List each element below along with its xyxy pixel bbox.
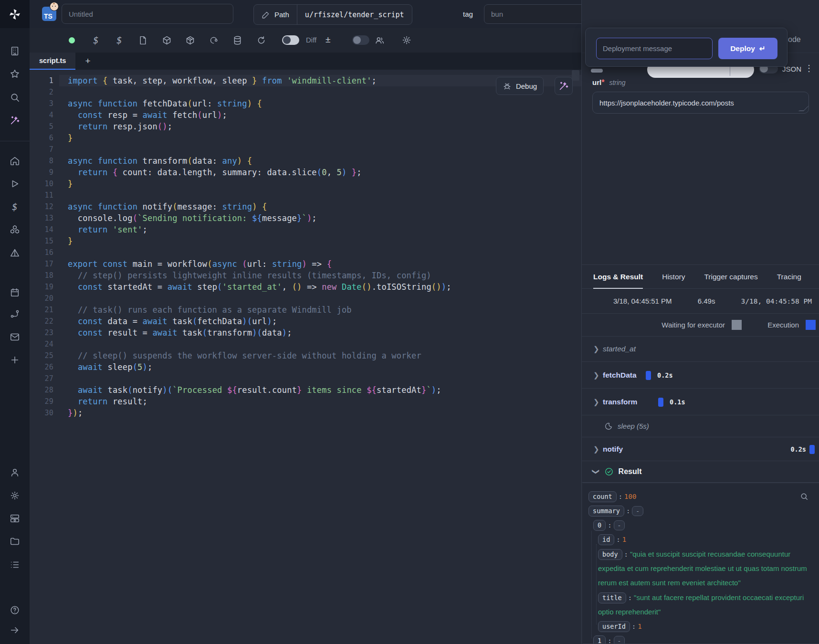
json-row-0[interactable]: 0:- <box>586 518 815 532</box>
path-value[interactable]: u/rfiszel/tender_script <box>297 11 412 19</box>
tag-input[interactable]: bun <box>484 4 598 24</box>
json-key[interactable]: id <box>598 534 614 545</box>
code-line-16[interactable]: 16 <box>30 247 581 258</box>
code-line-26[interactable]: 26 await sleep(5); <box>30 361 581 373</box>
sidebar-item-gear[interactable] <box>0 486 30 505</box>
tab-logs-result[interactable]: Logs & Result <box>593 265 643 288</box>
windmill-logo[interactable] <box>0 0 30 28</box>
json-row-count[interactable]: count:100 <box>586 490 815 504</box>
sidebar-item-search[interactable] <box>0 88 30 107</box>
code-line-13[interactable]: 13 console.log(`Sending notification: ${… <box>30 212 581 224</box>
code-line-17[interactable]: 17export const main = workflow(async (ur… <box>30 258 581 270</box>
plus-minus-icon[interactable]: ± <box>326 34 330 45</box>
debug-button[interactable]: Debug <box>496 77 544 95</box>
tab-tracing[interactable]: Tracing <box>777 265 801 288</box>
sidebar-item-worker[interactable] <box>0 509 30 528</box>
code-line-7[interactable]: 7 <box>30 144 581 155</box>
collab-toggle[interactable] <box>352 35 369 45</box>
step-row-fetchData[interactable]: ❯fetchData0.2s <box>582 362 819 389</box>
popup-deploy-button[interactable]: Deploy ↵ <box>718 38 777 59</box>
json-key[interactable]: title <box>598 592 626 603</box>
code-line-22[interactable]: 22 const data = await task(fetchData)(ur… <box>30 316 581 327</box>
deployment-message-input[interactable]: Deployment message <box>596 38 713 59</box>
step-row-transform[interactable]: ❯transform0.1s <box>582 389 819 415</box>
code-editor[interactable]: 1import { task, step, workflow, sleep } … <box>30 70 581 644</box>
cache-icon[interactable] <box>208 34 219 46</box>
price-alt-icon[interactable]: $ <box>114 34 125 46</box>
code-line-25[interactable]: 25 // sleep() suspends the workflow serv… <box>30 350 581 361</box>
sidebar-item-help[interactable] <box>0 601 30 620</box>
code-line-14[interactable]: 14 return 'sent'; <box>30 224 581 235</box>
sidebar-item-cubes[interactable] <box>0 220 30 239</box>
database-icon[interactable] <box>231 34 243 46</box>
package-icon[interactable] <box>161 34 172 46</box>
json-key[interactable]: userId <box>598 621 630 632</box>
code-line-9[interactable]: 9 return { count: data.length, summary: … <box>30 167 581 178</box>
json-key[interactable]: 1 <box>593 635 606 644</box>
code-line-6[interactable]: 6} <box>30 132 581 144</box>
people-icon[interactable] <box>374 34 385 46</box>
code-line-21[interactable]: 21 // task() runs each function as a sep… <box>30 304 581 316</box>
code-line-11[interactable]: 11 <box>30 190 581 201</box>
json-row-summary[interactable]: summary:- <box>586 504 815 518</box>
sidebar-item-star[interactable] <box>0 64 30 84</box>
code-line-29[interactable]: 29 return result; <box>30 396 581 407</box>
code-line-8[interactable]: 8async function transform(data: any) { <box>30 155 581 167</box>
tab-script-ts[interactable]: script.ts <box>30 53 75 70</box>
code-line-28[interactable]: 28 await task(notify)(`Processed ${resul… <box>30 384 581 396</box>
refresh-icon[interactable] <box>255 34 267 46</box>
url-input[interactable]: https://jsonplaceholder.typicode.com/pos… <box>592 92 809 114</box>
code-line-27[interactable]: 27 <box>30 373 581 384</box>
ai-wand-button[interactable] <box>555 77 573 95</box>
code-line-15[interactable]: 15} <box>30 235 581 247</box>
code-line-10[interactable]: 10} <box>30 178 581 190</box>
sidebar-item-magic-wand[interactable] <box>0 111 30 130</box>
code-line-30[interactable]: 30}); <box>30 407 581 419</box>
json-row-1[interactable]: 1:- <box>586 634 815 644</box>
editor-settings-icon[interactable] <box>401 34 412 46</box>
step-row-notify[interactable]: ❯notify0.2s <box>582 437 819 461</box>
json-row-body[interactable]: body:"quia et suscipit suscipit recusand… <box>586 547 815 590</box>
tab-history[interactable]: History <box>662 265 685 288</box>
collapse-handle[interactable] <box>591 69 603 73</box>
sidebar-item-home[interactable] <box>0 151 30 170</box>
sidebar-item-folder[interactable] <box>0 532 30 551</box>
json-row-userId[interactable]: userId:1 <box>586 620 815 633</box>
json-row-id[interactable]: id:1 <box>586 533 815 547</box>
step-row-sleep-5s-[interactable]: sleep (5s) <box>582 415 819 437</box>
price-icon[interactable]: $ <box>90 34 102 46</box>
code-line-4[interactable]: 4 const resp = await fetch(url); <box>30 109 581 121</box>
sidebar-item-list[interactable] <box>0 555 30 574</box>
code-line-19[interactable]: 19 const startedAt = await step('started… <box>30 281 581 293</box>
sidebar-item-plus[interactable] <box>0 350 30 370</box>
sidebar-item-route[interactable] <box>0 305 30 324</box>
json-key[interactable]: body <box>598 549 622 560</box>
code-line-5[interactable]: 5 return resp.json(); <box>30 121 581 132</box>
sidebar-item-calendar[interactable] <box>0 283 30 302</box>
sidebar-item-arrow-right[interactable] <box>0 621 30 640</box>
json-key[interactable]: 0 <box>593 520 606 531</box>
code-line-23[interactable]: 23 const result = await task(transform)(… <box>30 327 581 338</box>
code-line-12[interactable]: 12async function notify(message: string)… <box>30 201 581 212</box>
diff-toggle[interactable] <box>282 35 299 45</box>
sidebar-item-mail[interactable] <box>0 327 30 347</box>
resize-handle[interactable] <box>798 106 809 111</box>
sidebar-item-prism[interactable] <box>0 243 30 263</box>
file-icon[interactable] <box>137 34 148 46</box>
tab-trigger-captures[interactable]: Trigger captures <box>704 265 757 288</box>
code-line-20[interactable]: 20 <box>30 293 581 304</box>
sidebar-item-user[interactable] <box>0 463 30 482</box>
json-key[interactable]: count <box>588 491 617 502</box>
search-result-icon[interactable] <box>797 489 812 504</box>
kebab-menu-icon[interactable]: ⋮ <box>805 63 813 74</box>
sidebar-item-building[interactable] <box>0 42 30 61</box>
script-name-input[interactable]: Untitled <box>62 4 233 24</box>
json-key[interactable]: summary <box>588 506 624 517</box>
code-line-18[interactable]: 18 // step() persists lightweight inline… <box>30 270 581 281</box>
code-line-24[interactable]: 24 <box>30 338 581 350</box>
edit-path-button[interactable]: Path <box>254 5 297 24</box>
step-row-started-at[interactable]: ❯started_at <box>582 337 819 362</box>
editor-scrollbar[interactable] <box>572 70 579 81</box>
sidebar-item-dollar[interactable]: $ <box>0 197 30 216</box>
result-json-viewer[interactable]: count:100summary:-0:-id:1body:"quia et s… <box>583 483 819 644</box>
